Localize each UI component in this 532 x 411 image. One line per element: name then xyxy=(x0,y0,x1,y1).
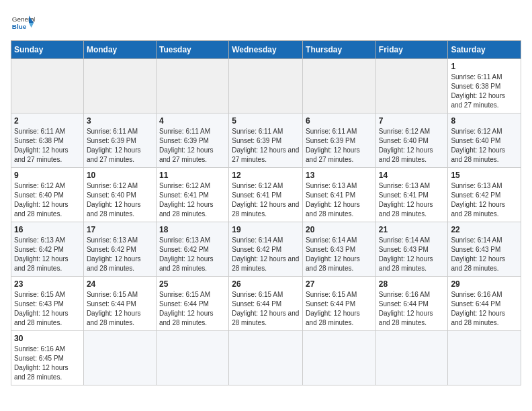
calendar-cell: 10Sunrise: 6:12 AM Sunset: 6:40 PM Dayli… xyxy=(83,168,156,222)
day-number: 19 xyxy=(232,225,300,234)
calendar-cell: 15Sunrise: 6:13 AM Sunset: 6:42 PM Dayli… xyxy=(448,168,521,222)
calendar-cell: 26Sunrise: 6:15 AM Sunset: 6:44 PM Dayli… xyxy=(229,277,303,331)
calendar-table: SundayMondayTuesdayWednesdayThursdayFrid… xyxy=(11,40,521,385)
day-number: 20 xyxy=(306,225,373,234)
day-number: 6 xyxy=(306,116,373,126)
svg-marker-3 xyxy=(29,23,34,28)
calendar-cell xyxy=(375,331,448,385)
day-info: Sunrise: 6:15 AM Sunset: 6:44 PM Dayligh… xyxy=(306,290,373,328)
day-number: 15 xyxy=(451,171,518,180)
day-info: Sunrise: 6:15 AM Sunset: 6:44 PM Dayligh… xyxy=(87,290,153,328)
calendar-header-row: SundayMondayTuesdayWednesdayThursdayFrid… xyxy=(11,41,521,59)
day-info: Sunrise: 6:14 AM Sunset: 6:43 PM Dayligh… xyxy=(379,236,445,273)
header-thursday: Thursday xyxy=(303,41,376,59)
page-header: General Blue xyxy=(11,11,521,35)
calendar-cell: 1Sunrise: 6:11 AM Sunset: 6:38 PM Daylig… xyxy=(448,59,521,113)
day-info: Sunrise: 6:13 AM Sunset: 6:41 PM Dayligh… xyxy=(379,181,445,219)
calendar-cell xyxy=(83,331,156,385)
day-info: Sunrise: 6:15 AM Sunset: 6:44 PM Dayligh… xyxy=(232,290,300,328)
logo-icon: General Blue xyxy=(11,11,35,35)
calendar-cell: 14Sunrise: 6:13 AM Sunset: 6:41 PM Dayli… xyxy=(375,168,448,222)
header-wednesday: Wednesday xyxy=(229,41,303,59)
day-info: Sunrise: 6:15 AM Sunset: 6:43 PM Dayligh… xyxy=(14,290,81,328)
calendar-cell: 23Sunrise: 6:15 AM Sunset: 6:43 PM Dayli… xyxy=(11,277,84,331)
day-number: 3 xyxy=(87,116,153,126)
day-info: Sunrise: 6:13 AM Sunset: 6:42 PM Dayligh… xyxy=(159,236,226,273)
calendar-cell: 4Sunrise: 6:11 AM Sunset: 6:39 PM Daylig… xyxy=(156,113,228,168)
header-friday: Friday xyxy=(375,41,448,59)
calendar-cell xyxy=(156,59,228,113)
day-info: Sunrise: 6:14 AM Sunset: 6:43 PM Dayligh… xyxy=(451,236,518,273)
day-number: 29 xyxy=(451,279,518,289)
calendar-cell xyxy=(448,331,521,385)
calendar-cell: 22Sunrise: 6:14 AM Sunset: 6:43 PM Dayli… xyxy=(448,222,521,277)
day-info: Sunrise: 6:11 AM Sunset: 6:39 PM Dayligh… xyxy=(87,127,153,165)
calendar-cell: 27Sunrise: 6:15 AM Sunset: 6:44 PM Dayli… xyxy=(303,277,376,331)
header-monday: Monday xyxy=(83,41,156,59)
calendar-cell xyxy=(303,59,376,113)
day-info: Sunrise: 6:14 AM Sunset: 6:42 PM Dayligh… xyxy=(232,236,300,273)
week-row-3: 9Sunrise: 6:12 AM Sunset: 6:40 PM Daylig… xyxy=(11,168,521,222)
calendar-cell: 16Sunrise: 6:13 AM Sunset: 6:42 PM Dayli… xyxy=(11,222,84,277)
calendar-cell: 8Sunrise: 6:12 AM Sunset: 6:40 PM Daylig… xyxy=(448,113,521,168)
header-tuesday: Tuesday xyxy=(156,41,228,59)
day-info: Sunrise: 6:12 AM Sunset: 6:40 PM Dayligh… xyxy=(14,181,81,219)
calendar-cell: 12Sunrise: 6:12 AM Sunset: 6:41 PM Dayli… xyxy=(229,168,303,222)
calendar-cell xyxy=(375,59,448,113)
calendar-cell xyxy=(156,331,228,385)
week-row-6: 30Sunrise: 6:16 AM Sunset: 6:45 PM Dayli… xyxy=(11,331,521,385)
day-number: 24 xyxy=(87,279,153,289)
day-number: 27 xyxy=(306,279,373,289)
calendar-cell: 9Sunrise: 6:12 AM Sunset: 6:40 PM Daylig… xyxy=(11,168,84,222)
calendar-cell: 19Sunrise: 6:14 AM Sunset: 6:42 PM Dayli… xyxy=(229,222,303,277)
calendar-cell: 5Sunrise: 6:11 AM Sunset: 6:39 PM Daylig… xyxy=(229,113,303,168)
week-row-4: 16Sunrise: 6:13 AM Sunset: 6:42 PM Dayli… xyxy=(11,222,521,277)
day-info: Sunrise: 6:11 AM Sunset: 6:38 PM Dayligh… xyxy=(451,73,518,110)
calendar-cell: 2Sunrise: 6:11 AM Sunset: 6:38 PM Daylig… xyxy=(11,113,84,168)
day-info: Sunrise: 6:13 AM Sunset: 6:41 PM Dayligh… xyxy=(306,181,373,219)
calendar-cell: 24Sunrise: 6:15 AM Sunset: 6:44 PM Dayli… xyxy=(83,277,156,331)
calendar-cell: 20Sunrise: 6:14 AM Sunset: 6:43 PM Dayli… xyxy=(303,222,376,277)
day-info: Sunrise: 6:12 AM Sunset: 6:40 PM Dayligh… xyxy=(379,127,445,165)
day-number: 9 xyxy=(14,171,81,180)
day-number: 23 xyxy=(14,279,81,289)
day-info: Sunrise: 6:16 AM Sunset: 6:45 PM Dayligh… xyxy=(14,345,81,382)
day-number: 26 xyxy=(232,279,300,289)
calendar-cell: 13Sunrise: 6:13 AM Sunset: 6:41 PM Dayli… xyxy=(303,168,376,222)
day-number: 30 xyxy=(14,334,81,343)
day-info: Sunrise: 6:11 AM Sunset: 6:39 PM Dayligh… xyxy=(159,127,226,165)
day-number: 25 xyxy=(159,279,226,289)
day-info: Sunrise: 6:16 AM Sunset: 6:44 PM Dayligh… xyxy=(451,290,518,328)
day-number: 8 xyxy=(451,116,518,126)
calendar-cell xyxy=(11,59,84,113)
day-info: Sunrise: 6:15 AM Sunset: 6:44 PM Dayligh… xyxy=(159,290,226,328)
day-number: 28 xyxy=(379,279,445,289)
day-info: Sunrise: 6:13 AM Sunset: 6:42 PM Dayligh… xyxy=(451,181,518,219)
header-saturday: Saturday xyxy=(448,41,521,59)
day-info: Sunrise: 6:12 AM Sunset: 6:40 PM Dayligh… xyxy=(451,127,518,165)
day-info: Sunrise: 6:12 AM Sunset: 6:40 PM Dayligh… xyxy=(87,181,153,219)
day-info: Sunrise: 6:16 AM Sunset: 6:44 PM Dayligh… xyxy=(379,290,445,328)
day-info: Sunrise: 6:13 AM Sunset: 6:42 PM Dayligh… xyxy=(87,236,153,273)
calendar-cell: 29Sunrise: 6:16 AM Sunset: 6:44 PM Dayli… xyxy=(448,277,521,331)
day-info: Sunrise: 6:11 AM Sunset: 6:39 PM Dayligh… xyxy=(306,127,373,165)
day-info: Sunrise: 6:11 AM Sunset: 6:39 PM Dayligh… xyxy=(232,127,300,165)
day-number: 4 xyxy=(159,116,226,126)
day-number: 18 xyxy=(159,225,226,234)
calendar-cell: 30Sunrise: 6:16 AM Sunset: 6:45 PM Dayli… xyxy=(11,331,84,385)
day-number: 10 xyxy=(87,171,153,180)
day-number: 11 xyxy=(159,171,226,180)
day-number: 14 xyxy=(379,171,445,180)
calendar-cell xyxy=(303,331,376,385)
day-info: Sunrise: 6:13 AM Sunset: 6:42 PM Dayligh… xyxy=(14,236,81,273)
calendar-cell: 18Sunrise: 6:13 AM Sunset: 6:42 PM Dayli… xyxy=(156,222,228,277)
calendar-cell: 6Sunrise: 6:11 AM Sunset: 6:39 PM Daylig… xyxy=(303,113,376,168)
day-number: 2 xyxy=(14,116,81,126)
calendar-cell xyxy=(83,59,156,113)
day-number: 21 xyxy=(379,225,445,234)
day-number: 5 xyxy=(232,116,300,126)
calendar-cell: 21Sunrise: 6:14 AM Sunset: 6:43 PM Dayli… xyxy=(375,222,448,277)
day-number: 1 xyxy=(451,62,518,71)
logo: General Blue xyxy=(11,11,35,35)
calendar-cell: 3Sunrise: 6:11 AM Sunset: 6:39 PM Daylig… xyxy=(83,113,156,168)
